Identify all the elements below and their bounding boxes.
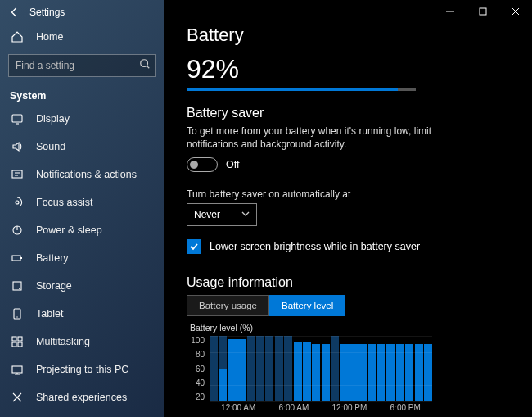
sidebar-item-label: Battery [36,252,69,264]
sidebar-item-sound[interactable]: Sound [0,133,164,161]
auto-on-label: Turn battery saver on automatically at [187,188,509,200]
svg-point-7 [19,288,20,289]
storage-icon [10,279,25,293]
chart-y-axis: 10080604020 [187,336,205,401]
sidebar-item-label: Focus assist [36,197,92,208]
minimize-button[interactable] [434,0,467,23]
window-controls [434,0,532,23]
brightness-checkbox-label: Lower screen brightness while in battery… [210,241,420,252]
battery-saver-hint: To get more from your battery when it's … [187,125,481,151]
sidebar-item-label: Display [36,113,70,125]
chevron-down-icon [241,209,250,220]
home-icon [10,29,25,44]
projecting-icon [10,362,25,377]
sidebar-item-tablet[interactable]: Tablet [0,300,164,328]
search-input[interactable] [8,54,156,77]
window-title: Settings [29,7,65,18]
usage-info-heading: Usage information [187,275,509,290]
chart-y-title: Battery level (%) [187,323,432,333]
brightness-checkbox[interactable] [187,239,201,254]
chart-bar [228,339,237,401]
notifications-icon [10,167,25,182]
auto-on-select[interactable]: Never [187,203,257,226]
battery-bar [187,88,416,91]
svg-rect-10 [12,337,16,341]
sidebar-item-label: Projecting to this PC [36,364,128,375]
search-icon [139,58,151,72]
battery-saver-heading: Battery saver [187,106,509,120]
svg-rect-14 [12,366,22,373]
sidebar-item-notifications-actions[interactable]: Notifications & actions [0,161,164,188]
nav-list: DisplaySoundNotifications & actionsFocus… [0,105,164,417]
main-content: Battery 92% Battery saver To get more fr… [164,0,532,417]
svg-rect-13 [18,342,22,347]
svg-rect-2 [12,170,22,178]
sound-icon [10,139,25,154]
svg-rect-5 [12,256,20,261]
svg-rect-12 [12,342,16,347]
close-button[interactable] [499,0,532,23]
sidebar-item-label: Power & sleep [36,224,102,236]
shared-icon [10,390,25,405]
maximize-button[interactable] [467,0,499,23]
chart-bar [303,342,311,401]
sidebar-item-label: Notifications & actions [36,169,137,180]
home-label: Home [36,31,63,43]
battery-icon [10,251,25,265]
sidebar-item-display[interactable]: Display [0,105,164,133]
chart-bar [237,339,246,401]
auto-on-value: Never [194,209,220,220]
svg-rect-17 [480,8,486,15]
battery-percent: 92% [187,54,509,84]
chart-bar [294,342,302,401]
page-title: Battery [187,25,509,46]
settings-sidebar: Settings Home System DisplaySoundNotific… [0,0,164,417]
sidebar-item-clipboard[interactable]: Clipboard [0,411,164,417]
tab-battery-usage[interactable]: Battery usage [187,295,269,316]
sidebar-item-label: Tablet [36,308,63,320]
sidebar-item-focus-assist[interactable]: Focus assist [0,188,164,216]
sidebar-item-label: Storage [36,280,72,292]
svg-point-9 [16,316,17,317]
sidebar-item-projecting-to-this-pc[interactable]: Projecting to this PC [0,356,164,383]
display-icon [10,111,25,126]
svg-rect-11 [18,337,22,341]
multitask-icon [10,334,25,349]
chart-plot [210,336,432,401]
toggle-state-label: Off [226,159,239,170]
sidebar-item-multitasking[interactable]: Multitasking [0,328,164,356]
battery-saver-toggle[interactable] [187,157,218,172]
svg-rect-1 [12,115,22,122]
sidebar-item-power-sleep[interactable]: Power & sleep [0,216,164,244]
svg-point-0 [141,60,148,67]
tablet-icon [10,306,25,321]
sidebar-item-storage[interactable]: Storage [0,272,164,300]
battery-level-chart: Battery level (%) 10080604020 12:00 AM6:… [187,323,432,412]
power-icon [10,223,25,238]
sidebar-item-label: Multitasking [36,336,90,347]
search-wrap [8,54,156,77]
sidebar-item-battery[interactable]: Battery [0,244,164,272]
sidebar-item-label: Shared experiences [36,392,127,403]
chart-x-axis: 12:00 AM6:00 AM12:00 PM6:00 PM [187,403,432,412]
tab-battery-level[interactable]: Battery level [269,295,345,316]
focus-icon [10,195,25,210]
sidebar-item-shared-experiences[interactable]: Shared experiences [0,383,164,411]
svg-point-3 [16,201,19,204]
sidebar-item-label: Sound [36,141,65,152]
home-button[interactable]: Home [0,25,164,49]
back-button[interactable] [0,0,29,25]
category-heading: System [0,85,164,105]
